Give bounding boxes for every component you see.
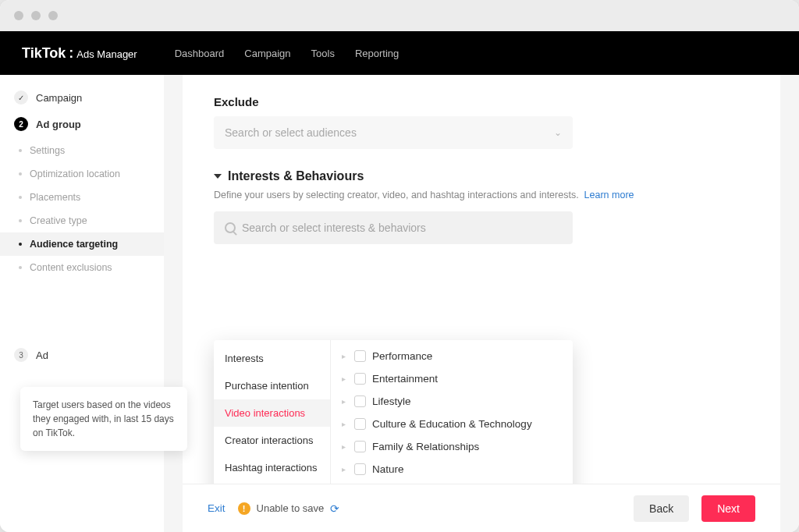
sidebar-item-label: Optimization location (30, 168, 120, 179)
ib-subtitle-text: Define your users by selecting creator, … (214, 190, 579, 200)
footer-bar: Exit ! Unable to save ⟳ Back Next (183, 484, 780, 532)
sidebar-item-optimization-location[interactable]: Optimization location (0, 162, 164, 186)
step-label: Ad group (36, 119, 81, 130)
step-label: Campaign (36, 92, 82, 104)
dropdown-category-list: Interests Purchase intention Video inter… (214, 340, 331, 484)
adgroup-sublist: Settings Optimization location Placement… (0, 139, 164, 279)
sidebar-item-placements[interactable]: Placements (0, 186, 164, 209)
sidebar-item-creative-type[interactable]: Creative type (0, 209, 164, 232)
dd-option[interactable]: ▸Entertainment (331, 367, 573, 390)
dropdown-option-list: ▸Performance ▸Entertainment ▸Lifestyle ▸… (331, 340, 573, 484)
sidebar: ✓ Campaign 2 Ad group Settings Optimizat… (0, 75, 164, 532)
dd-option[interactable]: ▸Culture & Education & Technology (331, 413, 573, 435)
sidebar-item-label: Content exclusions (30, 262, 112, 273)
dd-option-label: Culture & Education & Technology (372, 418, 532, 430)
window-dot (48, 11, 58, 20)
chevron-down-icon: ⌄ (554, 127, 562, 138)
exclude-section: Exclude Search or select audiences ⌄ (214, 95, 749, 149)
step-ad[interactable]: 3 Ad (0, 342, 164, 368)
dd-option-label: Entertainment (372, 373, 438, 385)
step-number-badge: 3 (14, 348, 28, 362)
dd-option[interactable]: ▸Beauty & Style (331, 481, 573, 484)
step-number-badge: 2 (14, 117, 28, 131)
caret-down-icon (214, 174, 222, 179)
sidebar-item-label: Settings (30, 145, 65, 156)
checkbox[interactable] (354, 395, 366, 407)
dd-option[interactable]: ▸Lifestyle (331, 390, 573, 413)
search-icon (225, 222, 236, 233)
sidebar-item-settings[interactable]: Settings (0, 139, 164, 162)
caret-right-icon: ▸ (342, 442, 348, 451)
brand-name: TikTok (22, 45, 66, 62)
checkbox[interactable] (354, 463, 366, 475)
top-navbar: TikTok: Ads Manager Dashboard Campaign T… (0, 31, 799, 75)
dd-category-video-interactions[interactable]: Video interactions (214, 399, 330, 427)
caret-right-icon: ▸ (342, 374, 348, 383)
caret-right-icon: ▸ (342, 352, 348, 360)
ib-subtitle: Define your users by selecting creator, … (214, 190, 749, 200)
save-status-text: Unable to save (257, 502, 325, 514)
dd-category-hashtag-interactions[interactable]: Hashtag interactions (214, 454, 330, 481)
dd-category-interests[interactable]: Interests (214, 345, 330, 372)
browser-chrome (0, 0, 799, 31)
caret-right-icon: ▸ (342, 465, 348, 473)
exclude-placeholder: Search or select audiences (225, 126, 357, 139)
dd-option-label: Performance (372, 350, 432, 362)
exclude-title: Exclude (214, 95, 749, 108)
back-button[interactable]: Back (634, 495, 689, 522)
main-panel: Exclude Search or select audiences ⌄ Int… (183, 75, 780, 532)
sidebar-item-label: Placements (30, 192, 80, 203)
interests-dropdown-panel: Interests Purchase intention Video inter… (214, 340, 573, 484)
brand-product: Ads Manager (76, 48, 137, 60)
checkbox[interactable] (354, 418, 366, 430)
learn-more-link[interactable]: Learn more (584, 190, 634, 200)
tooltip-card: Target users based on the videos they en… (20, 387, 187, 451)
step-adgroup[interactable]: 2 Ad group (0, 111, 164, 137)
sidebar-item-label: Audience targeting (30, 239, 118, 250)
brand: TikTok: Ads Manager (22, 45, 137, 62)
nav-items: Dashboard Campaign Tools Reporting (175, 48, 400, 59)
dd-category-creator-interactions[interactable]: Creator interactions (214, 427, 330, 454)
layout: ✓ Campaign 2 Ad group Settings Optimizat… (0, 75, 799, 532)
interests-search-placeholder: Search or select interests & behaviors (242, 222, 426, 234)
dd-option-label: Family & Relationships (372, 441, 479, 452)
dd-option-label: Nature (372, 463, 404, 475)
step-campaign[interactable]: ✓ Campaign (0, 84, 164, 111)
window-dot (31, 11, 41, 20)
checkbox[interactable] (354, 441, 366, 452)
caret-right-icon: ▸ (342, 397, 348, 406)
tooltip-text: Target users based on the videos they en… (33, 399, 174, 438)
sidebar-item-content-exclusions[interactable]: Content exclusions (0, 256, 164, 279)
nav-reporting[interactable]: Reporting (355, 48, 399, 59)
nav-campaign[interactable]: Campaign (244, 48, 290, 59)
browser-frame: TikTok: Ads Manager Dashboard Campaign T… (0, 0, 799, 532)
nav-tools[interactable]: Tools (311, 48, 335, 59)
caret-right-icon: ▸ (342, 420, 348, 428)
content-scroll: Exclude Search or select audiences ⌄ Int… (183, 75, 780, 484)
interests-behaviours-section: Interests & Behaviours Define your users… (214, 169, 749, 244)
dd-option[interactable]: ▸Performance (331, 345, 573, 367)
checkbox[interactable] (354, 373, 366, 385)
dd-option[interactable]: ▸Nature (331, 458, 573, 481)
ib-title: Interests & Behaviours (228, 169, 364, 183)
dd-option-label: Lifestyle (372, 395, 411, 407)
refresh-icon[interactable]: ⟳ (330, 502, 339, 515)
check-icon: ✓ (14, 90, 28, 105)
exit-link[interactable]: Exit (208, 502, 225, 514)
step-label: Ad (36, 349, 48, 361)
brand-sep: : (69, 45, 73, 62)
checkbox[interactable] (354, 350, 366, 362)
dd-category-purchase-intention[interactable]: Purchase intention (214, 372, 330, 399)
nav-dashboard[interactable]: Dashboard (175, 48, 225, 59)
warning-icon: ! (238, 502, 250, 515)
exclude-audience-select[interactable]: Search or select audiences ⌄ (214, 116, 573, 149)
next-button[interactable]: Next (701, 495, 755, 522)
sidebar-item-label: Creative type (30, 215, 87, 226)
save-status: ! Unable to save ⟳ (238, 502, 340, 515)
dd-option[interactable]: ▸Family & Relationships (331, 435, 573, 458)
interests-search-input[interactable]: Search or select interests & behaviors (214, 211, 573, 244)
ib-header[interactable]: Interests & Behaviours (214, 169, 749, 183)
window-dot (14, 11, 23, 20)
sidebar-item-audience-targeting[interactable]: Audience targeting (0, 232, 164, 256)
